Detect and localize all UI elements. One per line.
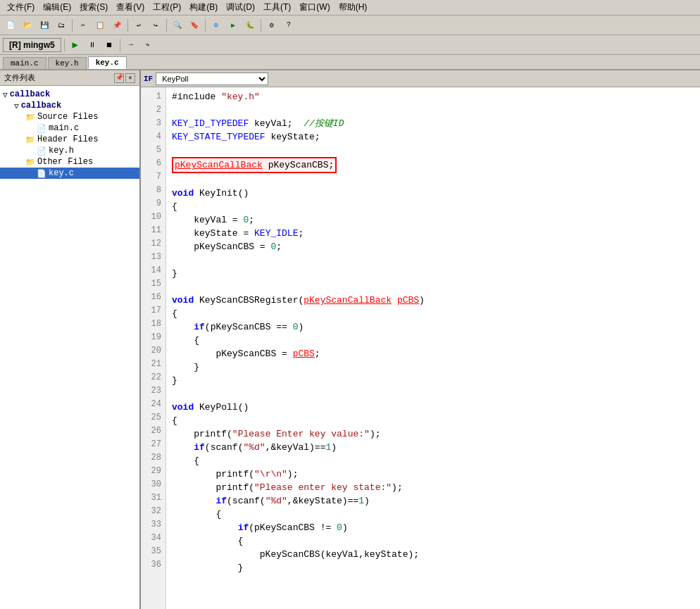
key-h-file-icon: 📄: [37, 146, 46, 156]
editor-file-icon: IF: [144, 75, 153, 83]
tab-key-c[interactable]: key.c: [88, 56, 127, 69]
tabbar: main.c key.h key.c: [0, 55, 700, 70]
tree-close-btn[interactable]: ✕: [125, 73, 135, 83]
function-dropdown[interactable]: KeyPoll KeyInit KeyScanCBSRegister: [156, 73, 268, 85]
redo-btn[interactable]: ↪: [148, 18, 163, 33]
menu-edit[interactable]: 编辑(E): [39, 0, 75, 15]
sep1: [72, 19, 73, 32]
menu-debug[interactable]: 调试(D): [222, 0, 259, 15]
root-label: callback: [10, 89, 51, 99]
sep3: [166, 19, 167, 32]
source-files-label: Source Files: [37, 112, 98, 122]
tab-key-h[interactable]: key.h: [48, 57, 87, 69]
settings-btn[interactable]: ⚙: [264, 18, 280, 33]
tab-main-c[interactable]: main.c: [3, 57, 46, 69]
tree-pin-btn[interactable]: 📌: [114, 73, 124, 83]
tree-header-files[interactable]: 📁 Header Files: [0, 134, 139, 145]
root-expand-icon: ▽: [3, 90, 8, 99]
code-editor[interactable]: #include "key.h" KEY_ID_TYPEDEF keyVal; …: [166, 87, 700, 609]
other-files-label: Other Files: [37, 157, 93, 167]
pause-btn[interactable]: ⏸: [85, 37, 100, 53]
tree-key-c[interactable]: 📄 key.c: [0, 168, 139, 179]
sep5: [261, 19, 261, 32]
build-btn[interactable]: ⚙: [208, 18, 224, 33]
sep4: [205, 19, 206, 32]
menu-view[interactable]: 查看(V): [112, 0, 149, 15]
sep7: [120, 39, 120, 51]
file-tree-header: 文件列表 📌 ✕: [0, 70, 139, 86]
open-btn[interactable]: 📂: [20, 18, 35, 33]
editor-toolbar: IF KeyPoll KeyInit KeyScanCBSRegister: [141, 70, 700, 87]
help2-btn[interactable]: ?: [281, 18, 296, 33]
other-folder-icon: 📁: [25, 158, 35, 167]
run-btn[interactable]: ▶: [225, 18, 241, 33]
menu-window[interactable]: 窗口(W): [295, 0, 334, 15]
save-all-btn[interactable]: 🗂: [54, 18, 69, 33]
source-folder-icon: 📁: [25, 113, 35, 122]
save-btn[interactable]: 💾: [37, 18, 52, 33]
debug-btn[interactable]: 🐛: [242, 18, 258, 33]
tree-key-h[interactable]: 📄 key.h: [0, 145, 139, 156]
project-label: [R] mingw5: [3, 38, 61, 52]
project-label: callback: [21, 101, 62, 111]
tree-content: ▽ callback ▽ callback 📁 Source Files 📄 m…: [0, 86, 139, 609]
over-btn[interactable]: ↷: [140, 37, 156, 53]
new-btn[interactable]: 📄: [3, 18, 18, 33]
copy-btn[interactable]: 📋: [92, 18, 108, 33]
main-layout: 文件列表 📌 ✕ ▽ callback ▽ callback 📁: [0, 70, 700, 609]
stop-btn[interactable]: ⏹: [101, 37, 117, 53]
main-c-label: main.c: [49, 123, 79, 133]
file-tree-btns: 📌 ✕: [114, 73, 135, 83]
code-container[interactable]: 1 2 3 4 5 6 7 8 9 10 11 12 13 14 15 16 1…: [141, 87, 700, 609]
key-h-label: key.h: [49, 146, 74, 156]
step-btn[interactable]: →: [123, 37, 139, 53]
run2-btn[interactable]: ▶: [68, 37, 83, 53]
file-tree-title: 文件列表: [4, 73, 35, 83]
sep2: [127, 19, 128, 32]
menu-tools[interactable]: 工具(T): [259, 0, 295, 15]
menu-build[interactable]: 构建(B): [185, 0, 222, 15]
key-c-file-icon: 📄: [37, 169, 46, 178]
tree-main-c[interactable]: 📄 main.c: [0, 123, 139, 134]
toolbar2: [R] mingw5 ▶ ⏸ ⏹ → ↷: [0, 35, 700, 55]
menu-project[interactable]: 工程(P): [149, 0, 185, 15]
tree-root-callback[interactable]: ▽ callback: [0, 89, 139, 100]
main-c-file-icon: 📄: [37, 124, 46, 133]
header-folder-icon: 📁: [25, 135, 35, 144]
paste-btn[interactable]: 📌: [109, 18, 125, 33]
toolbar1: 📄 📂 💾 🗂 ✂ 📋 📌 ↩ ↪ 🔍 🔖 ⚙ ▶ 🐛 ⚙ ?: [0, 15, 700, 35]
editor-area: IF KeyPoll KeyInit KeyScanCBSRegister 1 …: [141, 70, 700, 609]
menu-help[interactable]: 帮助(H): [335, 0, 372, 15]
undo-btn[interactable]: ↩: [131, 18, 146, 33]
menu-file[interactable]: 文件(F): [3, 0, 39, 15]
tree-other-files[interactable]: 📁 Other Files: [0, 156, 139, 168]
header-files-label: Header Files: [37, 134, 98, 144]
bookmark-btn[interactable]: 🔖: [187, 18, 202, 33]
cut-btn[interactable]: ✂: [75, 18, 91, 33]
key-c-label: key.c: [49, 168, 74, 178]
tree-project-callback[interactable]: ▽ callback: [0, 100, 139, 111]
project-expand-icon: ▽: [14, 101, 19, 111]
file-tree-panel: 文件列表 📌 ✕ ▽ callback ▽ callback 📁: [0, 70, 141, 609]
menubar: 文件(F) 编辑(E) 搜索(S) 查看(V) 工程(P) 构建(B) 调试(D…: [0, 0, 700, 15]
sep6: [64, 39, 65, 51]
highlight-line6: pKeyScanCallBack pKeyScanCBS;: [172, 157, 337, 173]
tree-source-files[interactable]: 📁 Source Files: [0, 111, 139, 123]
menu-search[interactable]: 搜索(S): [75, 0, 112, 15]
line-numbers: 1 2 3 4 5 6 7 8 9 10 11 12 13 14 15 16 1…: [141, 87, 166, 609]
find-btn[interactable]: 🔍: [170, 18, 185, 33]
